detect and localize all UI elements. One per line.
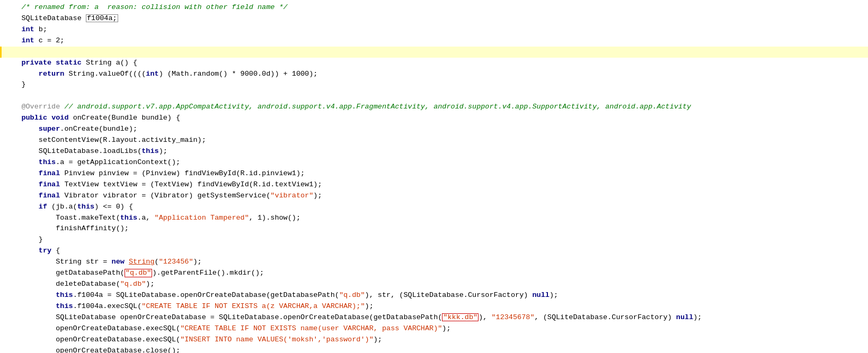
line-30-text: openOrCreateDatabase.execSQL("CREATE TAB… — [4, 323, 451, 334]
line-15-text: this.a = getApplicationContext(); — [4, 157, 180, 168]
code-line-21: finishAffinity(); — [0, 223, 868, 234]
code-line-20: Toast.makeText(this.a, "Application Tamp… — [0, 213, 868, 224]
code-line-1: /* renamed from: a reason: collision wit… — [0, 2, 868, 13]
line-28-text: this.f1004a.execSQL("CREATE TABLE IF NOT… — [4, 301, 374, 312]
code-line-32: openOrCreateDatabase.close(); — [0, 346, 868, 353]
line-indicator — [0, 47, 2, 58]
line-5-text — [4, 47, 8, 58]
line-13-text: setContentView(R.layout.activity_main); — [4, 135, 206, 146]
code-line-30: openOrCreateDatabase.execSQL("CREATE TAB… — [0, 323, 868, 334]
code-line-12: super.onCreate(bundle); — [0, 124, 868, 135]
code-line-19: if (jb.a(this) <= 0) { — [0, 202, 868, 213]
line-16-text: final Pinview pinview = (Pinview) findVi… — [4, 168, 305, 179]
line-18-text: final Vibrator vibrator = (Vibrator) get… — [4, 191, 322, 202]
line-29-text: SQLiteDatabase openOrCreateDatabase = SQ… — [4, 312, 702, 323]
line-19-text: if (jb.a(this) <= 0) { — [4, 202, 133, 213]
line-2-text: SQLiteDatabase f1004a; — [4, 13, 118, 24]
line-9-text — [4, 90, 8, 102]
code-line-4: int c = 2; — [0, 35, 868, 47]
line-17-text: final TextView textView = (TextView) fin… — [4, 179, 322, 191]
code-line-16: final Pinview pinview = (Pinview) findVi… — [0, 168, 868, 179]
code-line-25: getDatabasePath("q.db").getParentFile().… — [0, 268, 868, 279]
code-line-31: openOrCreateDatabase.execSQL("INSERT INT… — [0, 334, 868, 346]
line-6-text: private static String a() { — [4, 58, 137, 69]
code-line-11: public void onCreate(Bundle bundle) { — [0, 113, 868, 124]
line-22-text: } — [4, 234, 43, 246]
code-line-8: } — [0, 79, 868, 90]
code-editor: /* renamed from: a reason: collision wit… — [0, 0, 868, 353]
line-25-text: getDatabasePath("q.db").getParentFile().… — [4, 268, 264, 279]
line-14-text: SQLiteDatabase.loadLibs(this); — [4, 146, 167, 157]
code-line-10: @Override // android.support.v7.app.AppC… — [0, 102, 868, 113]
code-line-9 — [0, 90, 868, 102]
code-line-3: int b; — [0, 24, 868, 35]
line-24-text: String str = new String("123456"); — [4, 257, 202, 268]
line-31-text: openOrCreateDatabase.execSQL("INSERT INT… — [4, 334, 382, 346]
code-line-14: SQLiteDatabase.loadLibs(this); — [0, 146, 868, 157]
line-10-text: @Override // android.support.v7.app.AppC… — [4, 102, 691, 113]
code-line-6: private static String a() { — [0, 58, 868, 69]
line-3-text: int b; — [4, 24, 47, 35]
line-26-text: deleteDatabase("q.db"); — [4, 279, 155, 290]
line-32-text: openOrCreateDatabase.close(); — [4, 346, 180, 353]
code-line-27: this.f1004a = SQLiteDatabase.openOrCreat… — [0, 290, 868, 301]
line-1-text: /* renamed from: a reason: collision wit… — [4, 2, 288, 13]
code-line-7: return String.valueOf((((int) (Math.rand… — [0, 69, 868, 80]
line-12-text: super.onCreate(bundle); — [4, 124, 137, 135]
line-8-text: } — [4, 79, 26, 90]
code-line-22: } — [0, 234, 868, 246]
code-line-24: String str = new String("123456"); — [0, 257, 868, 268]
line-21-text: finishAffinity(); — [4, 223, 129, 234]
line-4-text: int c = 2; — [4, 35, 64, 47]
line-23-text: try { — [4, 246, 60, 257]
line-27-text: this.f1004a = SQLiteDatabase.openOrCreat… — [4, 290, 558, 301]
line-20-text: Toast.makeText(this.a, "Application Tamp… — [4, 213, 300, 224]
code-line-2: SQLiteDatabase f1004a; — [0, 13, 868, 24]
code-line-29: SQLiteDatabase openOrCreateDatabase = SQ… — [0, 312, 868, 323]
code-line-13: setContentView(R.layout.activity_main); — [0, 135, 868, 146]
code-line-17: final TextView textView = (TextView) fin… — [0, 179, 868, 191]
code-line-18: final Vibrator vibrator = (Vibrator) get… — [0, 191, 868, 202]
line-11-text: public void onCreate(Bundle bundle) { — [4, 113, 180, 124]
code-line-26: deleteDatabase("q.db"); — [0, 279, 868, 290]
code-line-15: this.a = getApplicationContext(); — [0, 157, 868, 168]
code-line-5 — [0, 47, 868, 58]
code-line-23: try { — [0, 246, 868, 257]
code-line-28: this.f1004a.execSQL("CREATE TABLE IF NOT… — [0, 301, 868, 312]
line-7-text: return String.valueOf((((int) (Math.rand… — [4, 69, 317, 80]
